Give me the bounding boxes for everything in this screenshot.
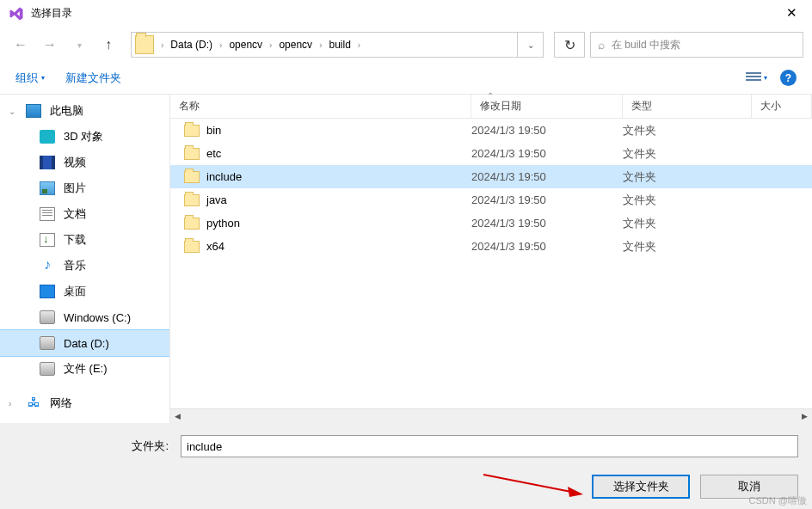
drive-icon	[135, 35, 154, 54]
folder-icon	[184, 125, 200, 137]
search-input[interactable]: ⌕ 在 build 中搜索	[590, 32, 803, 58]
select-folder-button[interactable]: 选择文件夹	[592, 475, 690, 499]
file-type: 文件夹	[623, 169, 752, 185]
breadcrumb-item[interactable]: opencv	[277, 39, 314, 51]
breadcrumb[interactable]: › Data (D:) › opencv › opencv › build › …	[131, 32, 544, 58]
folder-name-input[interactable]	[181, 435, 798, 457]
sidebar-item-music[interactable]: ♪音乐	[0, 253, 169, 279]
folder-label: 文件夹:	[14, 438, 172, 454]
file-date: 2024/1/3 19:50	[471, 170, 623, 183]
sidebar-item-desktop[interactable]: 桌面	[0, 279, 169, 304]
window-title: 选择目录	[31, 6, 772, 21]
nav-history-dropdown[interactable]: ▾	[67, 33, 91, 57]
chevron-right-icon: ›	[353, 40, 366, 50]
view-icon	[746, 72, 761, 84]
file-date: 2024/1/3 19:50	[471, 217, 623, 230]
table-row[interactable]: bin2024/1/3 19:50文件夹	[170, 119, 812, 142]
breadcrumb-item[interactable]: build	[327, 39, 352, 51]
sidebar-item-drive-d[interactable]: Data (D:)	[0, 330, 169, 356]
drive-icon	[40, 310, 55, 324]
file-name: x64	[206, 240, 225, 253]
scroll-right-button[interactable]: ▶	[797, 409, 812, 424]
sidebar-item-videos[interactable]: 视频	[0, 150, 169, 175]
chevron-right-icon: ›	[9, 399, 11, 408]
file-name: java	[206, 193, 227, 206]
folder-icon	[184, 194, 200, 206]
file-type: 文件夹	[623, 193, 752, 208]
file-type: 文件夹	[623, 146, 752, 162]
column-header-type[interactable]: 类型	[623, 95, 752, 118]
close-button[interactable]: ✕	[772, 1, 810, 27]
column-header-date[interactable]: 修改日期	[471, 95, 623, 118]
table-row[interactable]: java2024/1/3 19:50文件夹	[170, 188, 812, 212]
chevron-down-icon: ▾	[764, 74, 767, 82]
table-row[interactable]: include2024/1/3 19:50文件夹	[170, 165, 812, 188]
sidebar-item-3d[interactable]: 3D 对象	[0, 124, 169, 150]
desktop-icon	[40, 285, 55, 298]
download-icon	[40, 233, 55, 247]
drive-icon	[40, 362, 55, 376]
app-icon	[9, 6, 24, 21]
sidebar-item-downloads[interactable]: 下载	[0, 227, 169, 253]
table-row[interactable]: python2024/1/3 19:50文件夹	[170, 212, 812, 235]
search-icon: ⌕	[598, 38, 605, 52]
chevron-right-icon: ›	[314, 40, 327, 50]
file-name: bin	[206, 124, 221, 137]
column-header-name[interactable]: 名称	[170, 95, 471, 118]
document-icon	[40, 207, 55, 221]
file-name: python	[206, 217, 240, 230]
pc-icon	[26, 104, 41, 118]
folder-icon	[184, 171, 200, 183]
file-date: 2024/1/3 19:50	[471, 124, 623, 137]
folder-icon	[184, 241, 200, 253]
chevron-down-icon: ⌄	[9, 107, 15, 116]
svg-line-0	[483, 475, 571, 492]
sidebar-item-pictures[interactable]: 图片	[0, 175, 169, 201]
folder-icon	[184, 218, 200, 230]
column-header-size[interactable]: 大小	[752, 95, 812, 118]
folder-icon	[184, 148, 200, 160]
file-date: 2024/1/3 19:50	[471, 147, 623, 160]
sidebar-item-drive-e[interactable]: 文件 (E:)	[0, 356, 169, 382]
file-date: 2024/1/3 19:50	[471, 240, 623, 253]
file-name: include	[206, 170, 242, 183]
chevron-down-icon: ▾	[41, 74, 45, 82]
horizontal-scrollbar[interactable]: ◀ ▶	[170, 408, 812, 423]
annotation-arrow	[482, 471, 585, 500]
file-type: 文件夹	[623, 239, 752, 254]
music-icon: ♪	[40, 259, 55, 273]
drive-icon	[40, 336, 55, 350]
3d-icon	[40, 130, 55, 144]
scroll-left-button[interactable]: ◀	[170, 409, 185, 424]
file-date: 2024/1/3 19:50	[471, 193, 623, 206]
refresh-button[interactable]: ↻	[554, 32, 585, 58]
nav-back-button[interactable]: ←	[9, 33, 33, 57]
network-icon: 🖧	[26, 396, 41, 410]
sort-indicator-icon: ⌃	[487, 91, 494, 101]
nav-up-button[interactable]: ↑	[96, 33, 120, 57]
breadcrumb-item[interactable]: opencv	[227, 39, 264, 51]
view-options-button[interactable]: ▾	[741, 70, 772, 87]
table-row[interactable]: x642024/1/3 19:50文件夹	[170, 235, 812, 258]
search-placeholder: 在 build 中搜索	[612, 38, 680, 52]
breadcrumb-dropdown[interactable]: ⌄	[517, 33, 543, 57]
sidebar-item-this-pc[interactable]: ⌄此电脑	[0, 98, 169, 124]
svg-marker-1	[568, 487, 583, 497]
chevron-right-icon: ›	[214, 40, 227, 50]
sidebar-item-network[interactable]: ›🖧网络	[0, 390, 169, 416]
sidebar-item-drive-c[interactable]: Windows (C:)	[0, 304, 169, 330]
sidebar: ⌄此电脑 3D 对象 视频 图片 文档 下载 ♪音乐 桌面 Windows (C…	[0, 95, 170, 423]
new-folder-button[interactable]: 新建文件夹	[65, 71, 121, 86]
file-type: 文件夹	[623, 123, 752, 138]
table-row[interactable]: etc2024/1/3 19:50文件夹	[170, 142, 812, 165]
file-type: 文件夹	[623, 216, 752, 231]
video-icon	[40, 156, 55, 169]
breadcrumb-item[interactable]: Data (D:)	[169, 39, 214, 51]
file-name: etc	[206, 147, 221, 160]
nav-forward-button[interactable]: →	[38, 33, 62, 57]
chevron-right-icon: ›	[264, 40, 277, 50]
picture-icon	[40, 181, 55, 195]
sidebar-item-documents[interactable]: 文档	[0, 201, 169, 227]
organize-button[interactable]: 组织 ▾	[15, 71, 45, 86]
help-button[interactable]: ?	[780, 70, 797, 86]
